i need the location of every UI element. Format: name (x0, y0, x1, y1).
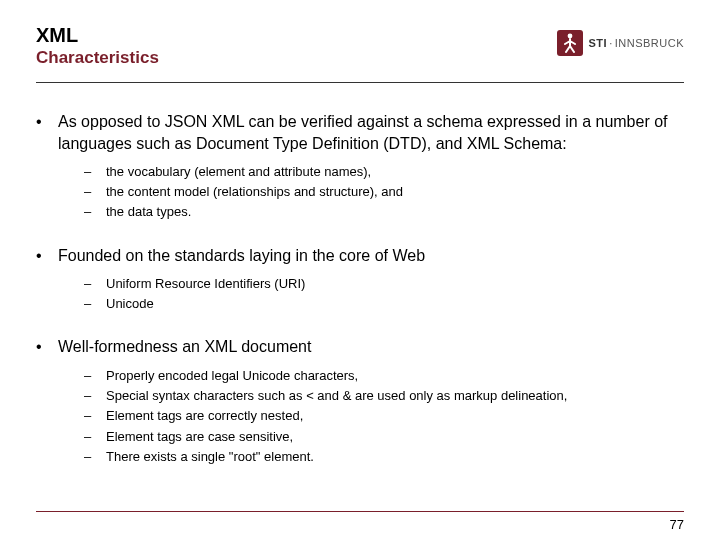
sub-bullet-marker: – (84, 447, 106, 467)
logo-icon (557, 30, 583, 56)
logo: STI·INNSBRUCK (557, 30, 684, 56)
sub-text: Element tags are correctly nested, (106, 406, 303, 426)
sub-text: There exists a single "root" element. (106, 447, 314, 467)
sub-bullet-marker: – (84, 427, 106, 447)
slide-header: XML Characteristics STI·INNSBRUCK (0, 0, 720, 76)
bullet-item: • As opposed to JSON XML can be verified… (36, 111, 684, 154)
sub-text: the vocabulary (element and attribute na… (106, 162, 371, 182)
sub-text: the data types. (106, 202, 191, 222)
sub-text: Uniform Resource Identifiers (URI) (106, 274, 305, 294)
footer-divider (36, 511, 684, 512)
bullet-item: • Well-formedness an XML document (36, 336, 684, 358)
logo-text-bold: STI (589, 37, 608, 49)
sub-item: –There exists a single "root" element. (84, 447, 684, 467)
sub-list: –Properly encoded legal Unicode characte… (84, 366, 684, 467)
bullet-item: • Founded on the standards laying in the… (36, 245, 684, 267)
bullet-text: As opposed to JSON XML can be verified a… (58, 111, 684, 154)
sub-list: –Uniform Resource Identifiers (URI) –Uni… (84, 274, 684, 314)
sub-bullet-marker: – (84, 406, 106, 426)
bullet-marker: • (36, 336, 58, 358)
sub-bullet-marker: – (84, 202, 106, 222)
sub-list: –the vocabulary (element and attribute n… (84, 162, 684, 222)
sub-item: –Special syntax characters such as < and… (84, 386, 684, 406)
bullet-text: Well-formedness an XML document (58, 336, 311, 358)
sub-text: Element tags are case sensitive, (106, 427, 293, 447)
sub-bullet-marker: – (84, 274, 106, 294)
sub-text: Special syntax characters such as < and … (106, 386, 567, 406)
sub-item: –Properly encoded legal Unicode characte… (84, 366, 684, 386)
sub-item: –Unicode (84, 294, 684, 314)
sub-text: Unicode (106, 294, 154, 314)
bullet-marker: • (36, 245, 58, 267)
bullet-marker: • (36, 111, 58, 154)
sub-item: –Uniform Resource Identifiers (URI) (84, 274, 684, 294)
sub-item: –the vocabulary (element and attribute n… (84, 162, 684, 182)
sub-bullet-marker: – (84, 366, 106, 386)
sub-text: the content model (relationships and str… (106, 182, 403, 202)
logo-text: STI·INNSBRUCK (589, 37, 684, 49)
page-number: 77 (670, 517, 684, 532)
sub-item: –Element tags are correctly nested, (84, 406, 684, 426)
logo-text-rest: INNSBRUCK (615, 37, 684, 49)
bullet-text: Founded on the standards laying in the c… (58, 245, 425, 267)
sub-item: –the content model (relationships and st… (84, 182, 684, 202)
sub-bullet-marker: – (84, 294, 106, 314)
sub-bullet-marker: – (84, 182, 106, 202)
sub-bullet-marker: – (84, 386, 106, 406)
slide-content: • As opposed to JSON XML can be verified… (0, 83, 720, 467)
sub-text: Properly encoded legal Unicode character… (106, 366, 358, 386)
svg-point-0 (567, 34, 572, 39)
sub-item: –Element tags are case sensitive, (84, 427, 684, 447)
sub-item: –the data types. (84, 202, 684, 222)
sub-bullet-marker: – (84, 162, 106, 182)
